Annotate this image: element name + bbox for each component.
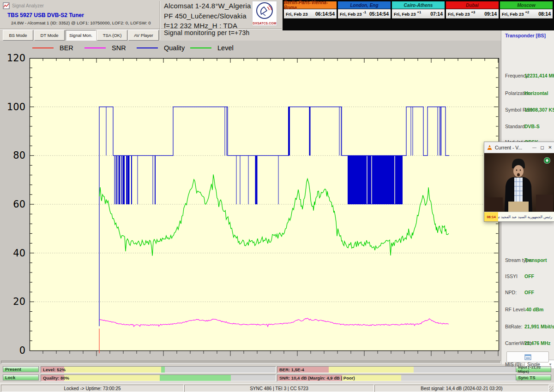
mode-button-signal-mon-[interactable]: Signal Mon. (66, 30, 96, 41)
clock-utc-offset: +2 (525, 10, 530, 14)
signal-analyzer-app: { "window": { "title": "Signal Analyzer"… (0, 0, 554, 392)
ticker-time: 06:14 (484, 212, 498, 221)
status-strip: Locked -> Uptime: 73:00:25SYNC 486 | TEI… (0, 383, 554, 392)
minimize-button[interactable]: — (530, 142, 538, 153)
status-cell-0: Locked -> Uptime: 73:00:25 (1, 385, 184, 392)
tuner-info: 24.8W - Alcomsat 1 (ID: 3352) @ LOF1: 10… (11, 20, 151, 25)
clock-utc-offset: +1 (417, 10, 422, 14)
transponder-value-0: 12231,414 MHz (524, 73, 554, 78)
tuner-name: TBS 5927 USB DVB-S2 Tuner (7, 12, 84, 18)
status-cell-1: SYNC 486 | TEI 3 | CC 5723 (184, 385, 374, 392)
clock-berlin-paris-vienna-roma: Berlin-Paris-Vienna-RomaFri, Feb 2306:14… (283, 1, 337, 19)
clock-utc-offset: +3 (471, 10, 476, 14)
svg-text:100: 100 (7, 101, 25, 113)
signal-bar-ber: BER: 1,5E-4 (277, 366, 517, 373)
bar-label: BER: 1,5E-4 (279, 367, 304, 373)
maximize-button[interactable]: ◻ (538, 142, 546, 153)
vlc-video-window: Current - V... — ◻ ✕ (484, 142, 554, 222)
svg-text:40: 40 (13, 248, 25, 259)
transponder-value-2: 15908,307 KS/s (524, 107, 554, 113)
video-frame[interactable] (484, 153, 554, 212)
transponder-label-10: BitRate: (505, 324, 522, 329)
video-titlebar[interactable]: Current - V... — ◻ ✕ (484, 142, 554, 153)
clock-moscow: MoscowFri, Feb 23+208:14 (500, 1, 553, 19)
clock-city: Berlin-Paris-Vienna-Roma (284, 1, 337, 9)
transponder-value-8: OFF (524, 290, 534, 295)
session-monitoring-wrap: Signal monitoring per t=+73h (159, 29, 282, 39)
transport-list-icon (524, 354, 531, 360)
signal-bar-quality: Quality: 80% (41, 374, 276, 381)
clock-time: 06:14:54 (315, 11, 335, 17)
satellite-dish-icon (253, 1, 276, 20)
mode-button-av-player[interactable]: AV Player (128, 30, 159, 41)
clock-city: London, Eng (338, 1, 391, 9)
signal-bar-snr: SNR: 10,4 dB (Margin: 4,9 dB | Poor) (277, 374, 517, 381)
svg-text:20: 20 (13, 296, 25, 307)
bar-label: Quality: 80% (43, 375, 69, 381)
clock-utc-offset: -1 (363, 10, 367, 14)
status-pill-present: Present (3, 366, 39, 372)
chart-scrollbar[interactable] (1, 361, 501, 364)
close-button[interactable]: ✕ (546, 142, 554, 153)
mode-button-row: BS ModeDT ModeSignal Mon.TSA (OK)AV Play… (3, 30, 160, 41)
transponder-value-11: 21,476 MHz (524, 340, 551, 346)
window-title: Signal Analyzer (12, 3, 44, 8)
status-pill-lock: Lock (3, 374, 39, 380)
app-icon (3, 2, 10, 9)
video-scene (484, 153, 553, 212)
chart-panel: BERSNRQualityLevel 020406080100120 (0, 41, 501, 364)
clock-dubai: DubaiFri, Feb 23+309:14 (446, 1, 499, 19)
clock-date: Fri, Feb 23 (502, 12, 524, 17)
signal-monitoring-chart: 020406080100120 (0, 41, 501, 360)
transponder-value-3: DVB-S (524, 124, 540, 129)
transponder-label-8: NPD: (505, 290, 517, 295)
transponder-label-3: Standard: (505, 124, 526, 129)
mode-button-dt-mode[interactable]: DT Mode (34, 30, 65, 41)
clock-date: Fri, Feb 23 (448, 12, 470, 17)
signal-bar-level: Level: 52% (41, 366, 276, 373)
transport-list-button[interactable] (506, 351, 549, 362)
status-pill-input-21-02-mbps-: Input (~21,02 Mbps) (516, 366, 551, 372)
ticker-text: رئيس الجمهورية السيد عبد المجيد تبون (498, 215, 554, 219)
session-monitoring: Signal monitoring per t=+73h (159, 29, 282, 39)
transponder-value-7: OFF (524, 273, 534, 279)
clock-cairo-athens: Cairo-AthensFri, Feb 23+107:14 (391, 1, 445, 19)
transponder-value-9: -40 dBm (524, 307, 543, 312)
svg-text:120: 120 (7, 53, 25, 64)
bar-zone-segment (329, 367, 414, 373)
dxsatcs-logo: DXSATCS.COM (252, 1, 277, 26)
channel-logo-icon (544, 157, 550, 164)
bar-label: Level: 52% (43, 367, 66, 373)
bar-label: SNR: 10,4 dB (Margin: 4,9 dB | Poor) (279, 375, 355, 381)
clock-date: Fri, Feb 23 (394, 12, 416, 17)
video-title: Current - V... (495, 145, 530, 150)
clock-time: 09:14 (484, 11, 497, 17)
transponder-value-6: Transport (524, 257, 547, 263)
svg-text:80: 80 (13, 150, 25, 161)
clock-city: Moscow (500, 1, 553, 9)
news-ticker: 06:14 رئيس الجمهورية السيد عبد المجيد تب… (484, 212, 554, 221)
logo-text: DXSATCS.COM (253, 22, 277, 25)
vlc-cone-icon (487, 144, 493, 150)
bar-zone-segment (161, 367, 165, 373)
transponder-label-9: RF Level: (505, 307, 526, 312)
bar-zone-segment (160, 375, 231, 381)
person-figure (505, 159, 532, 212)
clock-city: Dubai (446, 1, 499, 9)
bar-zone-segment (64, 375, 160, 381)
mode-button-bs-mode[interactable]: BS Mode (3, 30, 33, 41)
clock-strip: Berlin-Paris-Vienna-RomaFri, Feb 2306:14… (283, 0, 554, 30)
mode-button-tsa-ok-[interactable]: TSA (OK) (97, 30, 127, 41)
status-cell-2: Best signal: 14,4 dB (2024-02-21 03:20) (374, 385, 549, 392)
world-clocks: Berlin-Paris-Vienna-RomaFri, Feb 2306:14… (283, 0, 554, 19)
transponder-value-10: 21,991 Mbit/s (524, 324, 554, 329)
status-pill-sync-ts: Sync TS (516, 374, 551, 380)
clock-time: 08:14 (538, 11, 551, 17)
transponder-label-7: ISSYI (505, 273, 518, 279)
transponder-title: Transponder [BS] (505, 33, 546, 38)
clock-london-eng: London, EngFri, Feb 23-105:14:54 (337, 1, 391, 19)
clock-date: Fri, Feb 23 (340, 12, 362, 17)
bar-zone-segment (64, 367, 161, 373)
clock-city: Cairo-Athens (392, 1, 445, 9)
svg-text:0: 0 (19, 345, 25, 356)
